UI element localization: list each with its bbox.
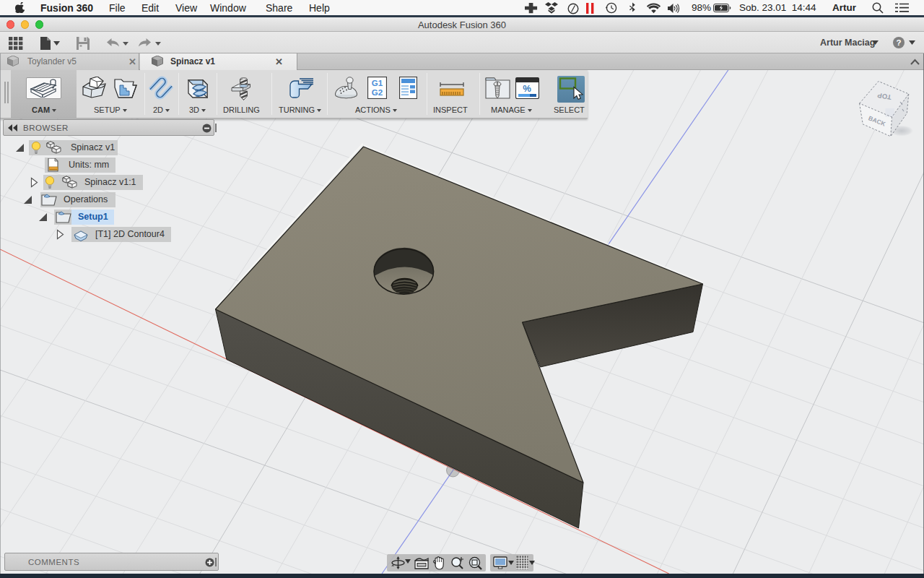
- svg-text:G1: G1: [372, 79, 383, 87]
- svg-text:?: ?: [896, 38, 901, 47]
- svg-text:G2: G2: [372, 88, 383, 97]
- svg-text:%: %: [523, 83, 531, 94]
